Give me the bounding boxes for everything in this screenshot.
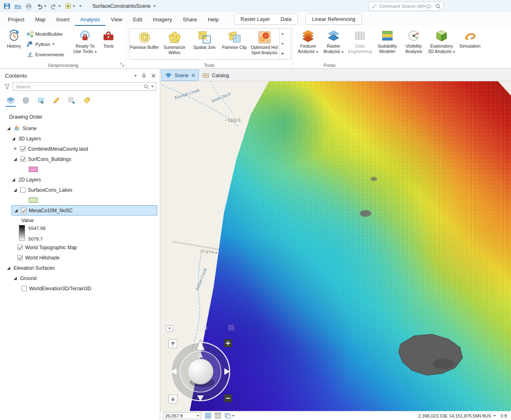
list-by-snapping-button[interactable] — [67, 96, 76, 105]
pairwise-buffer-tool[interactable]: Pairwise Buffer — [129, 29, 159, 59]
tilt-down-button[interactable] — [168, 395, 177, 404]
list-by-drawing-order-button[interactable] — [6, 96, 16, 105]
tree-item-combined-lasd[interactable]: CombinedMesaCounty.lasd — [0, 144, 160, 154]
pairwise-clip-tool[interactable]: Pairwise Clip — [219, 29, 249, 59]
layer-visibility-checkbox[interactable] — [20, 187, 25, 193]
history-button[interactable]: History — [4, 28, 24, 49]
tab-raster-layer[interactable]: Raster Layer — [235, 16, 275, 22]
data-engineering-button[interactable]: Data Engineering — [347, 28, 373, 55]
scene-view[interactable]: Kannah Creek Smith Ditch 5163 ft Highwa … — [160, 81, 511, 411]
tab-edit[interactable]: Edit — [128, 14, 147, 26]
view-tab-scene[interactable]: Scene — [161, 70, 199, 81]
print-button[interactable] — [24, 1, 34, 11]
tree-item-world-elevation[interactable]: WorldElevation3D/Terrain3D — [0, 283, 160, 294]
buildings-color-swatch[interactable] — [29, 167, 38, 172]
modelbuilder-button[interactable]: ModelBuilder — [27, 30, 70, 39]
summarize-within-tool[interactable]: Summarize Within — [159, 29, 189, 59]
tree-item-ground[interactable]: Ground — [0, 273, 160, 283]
expander-icon[interactable] — [13, 147, 18, 151]
tab-insert[interactable]: Insert — [51, 14, 75, 26]
pan-icon[interactable] — [187, 326, 194, 333]
stretch-ramp-swatch[interactable] — [19, 225, 25, 241]
tilt-up-button[interactable] — [168, 339, 177, 348]
open-project-button[interactable] — [13, 1, 23, 11]
raster-analysis-button[interactable]: Raster Analysis — [322, 28, 345, 55]
tree-item-surfcons-buildings[interactable]: SurfCons_Buildings — [0, 154, 160, 164]
simulation-button[interactable]: Simulation — [458, 28, 482, 49]
scene-3d-render[interactable]: Kannah Creek Smith Ditch 5163 ft Highwa … — [160, 81, 511, 411]
map-grid-button[interactable] — [205, 413, 211, 419]
navigator-sphere[interactable] — [188, 359, 213, 384]
attribute-table-button[interactable] — [215, 413, 221, 419]
layer-visibility-checkbox[interactable] — [21, 286, 27, 291]
tree-item-2d-layers[interactable]: 2D Layers — [0, 174, 160, 185]
list-by-data-source-button[interactable] — [21, 96, 31, 105]
expander-icon[interactable] — [12, 136, 16, 141]
layer-visibility-checkbox[interactable] — [17, 245, 23, 250]
tree-item-mesaco-raster[interactable]: MesaCo10M_NoSC — [12, 205, 157, 216]
feature-analysis-button[interactable]: Feature Analysis — [296, 28, 320, 55]
lakes-color-swatch[interactable] — [29, 197, 38, 203]
expander-icon[interactable] — [14, 208, 18, 213]
close-scene-tab-button[interactable] — [191, 73, 195, 77]
expander-icon[interactable] — [13, 157, 18, 161]
close-pane-button[interactable] — [151, 73, 156, 78]
pin-pane-button[interactable] — [141, 73, 147, 78]
list-by-labeling-button[interactable] — [82, 96, 92, 105]
geoprocessing-dialog-launcher[interactable] — [120, 62, 124, 67]
tree-item-scene[interactable]: Scene — [0, 123, 160, 133]
tree-item-surfacecons-lakes[interactable]: SurfaceCons_Lakes — [0, 185, 160, 195]
redo-button[interactable] — [49, 1, 62, 11]
zoom-out-button[interactable] — [224, 394, 232, 402]
tree-item-world-topographic[interactable]: World Topographic Map — [0, 242, 160, 252]
command-search[interactable] — [368, 2, 444, 11]
gallery-scroll-up-button[interactable] — [280, 29, 285, 39]
navigator-collapse-button[interactable] — [166, 325, 173, 332]
tab-data[interactable]: Data — [275, 16, 297, 22]
ready-to-use-tools-button[interactable]: Ready To Use Tools — [73, 28, 97, 55]
tab-imagery[interactable]: Imagery — [147, 14, 177, 26]
coordinates-chevron-icon[interactable] — [493, 415, 496, 417]
contents-search-box[interactable] — [13, 82, 157, 91]
tab-help[interactable]: Help — [203, 14, 224, 26]
layout-options-button[interactable] — [225, 413, 235, 419]
spatial-join-tool[interactable]: Spatial Join — [189, 29, 219, 59]
add-data-button[interactable] — [63, 1, 77, 11]
contents-search-input[interactable] — [16, 84, 141, 89]
expander-icon[interactable] — [13, 188, 18, 192]
tree-item-elevation-surfaces[interactable]: Elevation Surfaces — [0, 263, 160, 273]
layer-visibility-checkbox[interactable] — [21, 208, 26, 213]
look-around-icon[interactable] — [203, 326, 209, 333]
view-tab-catalog[interactable]: Catalog — [199, 70, 232, 81]
map-scale-combo[interactable]: 26,057 ft — [163, 412, 201, 419]
environments-button[interactable]: Environments — [27, 50, 70, 59]
lakes-symbol-row[interactable] — [0, 195, 160, 205]
tree-item-world-hillshade[interactable]: World Hillshade — [0, 252, 160, 263]
tree-item-3d-layers[interactable]: 3D Layers — [0, 133, 160, 144]
tools-button[interactable]: Tools — [100, 28, 117, 49]
search-options-chevron-icon[interactable] — [151, 86, 154, 87]
pane-options-button[interactable] — [134, 75, 137, 77]
optimized-hot-spot-tool[interactable]: Optimized Hot Spot Analysis — [249, 29, 279, 59]
buildings-symbol-row[interactable] — [0, 164, 160, 174]
expander-icon[interactable] — [7, 266, 11, 270]
layer-visibility-checkbox[interactable] — [20, 156, 25, 162]
exploratory-3d-analysis-button[interactable]: Exploratory 3D Analysis — [427, 28, 456, 55]
list-by-selection-button[interactable] — [36, 96, 46, 105]
grid-overlay-icon[interactable] — [228, 325, 234, 330]
gallery-scroll-down-button[interactable] — [280, 39, 285, 49]
tab-analysis[interactable]: Analysis — [75, 14, 105, 26]
zoom-in-button[interactable] — [224, 339, 232, 347]
command-search-input[interactable] — [379, 4, 433, 9]
project-title[interactable]: SurfaceConstraintsScene — [92, 3, 156, 9]
filter-icon[interactable] — [4, 83, 10, 90]
gallery-expand-button[interactable] — [280, 49, 285, 59]
expander-icon[interactable] — [7, 126, 11, 131]
list-by-editing-button[interactable] — [51, 96, 61, 105]
undo-button[interactable] — [35, 1, 48, 11]
layer-visibility-checkbox[interactable] — [20, 146, 25, 151]
expander-icon[interactable] — [12, 177, 16, 182]
expander-icon[interactable] — [13, 276, 18, 280]
customize-qat-button[interactable] — [78, 1, 83, 11]
python-button[interactable]: Python — [27, 40, 70, 49]
